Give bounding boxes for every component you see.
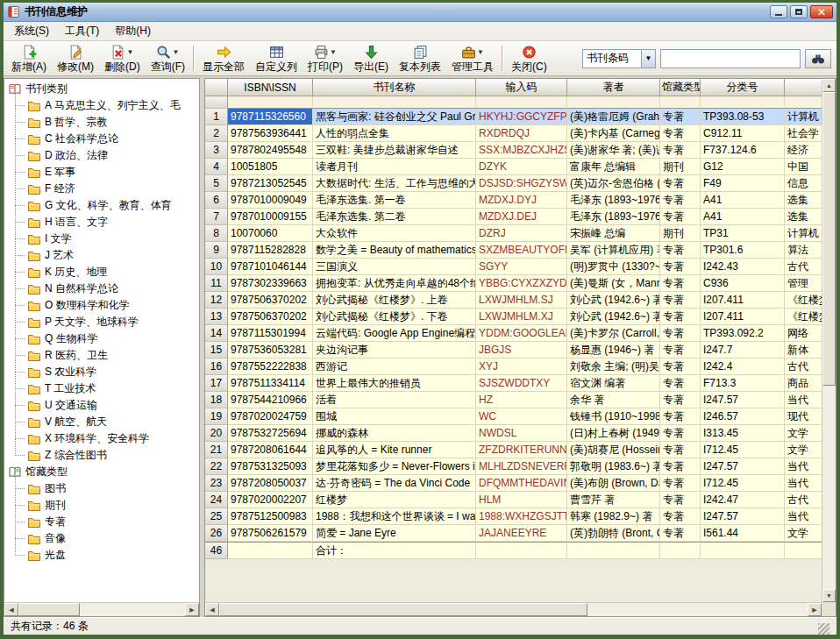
cell-type[interactable]: 专著 [660, 175, 701, 192]
row-number-cell[interactable]: 15 [205, 342, 228, 359]
cell-title[interactable]: 达·芬奇密码 = The da Vinci Code [313, 475, 476, 492]
cell-subject[interactable]: 信息 [785, 175, 822, 192]
cell-cls[interactable]: TP393.08-53 [701, 109, 785, 125]
cell-subject[interactable]: 选集 [785, 192, 822, 209]
cell-author[interactable]: 曹雪芹 著 [567, 492, 660, 508]
cell-subject[interactable]: 算法 [785, 242, 822, 259]
cell-isbn[interactable]: 9787531325093 [228, 458, 313, 475]
cell-cls[interactable]: C936 [701, 275, 785, 292]
cell-author[interactable]: 刘敬余 主编; (明)吴承恩 原著 [567, 359, 660, 375]
cell-cls[interactable]: I561.44 [701, 525, 785, 542]
cell-isbn[interactable]: 9787020002207 [228, 492, 313, 508]
tree-item-0-21[interactable]: Z 综合性图书 [4, 447, 199, 464]
cell-subject[interactable]: 古代 [785, 492, 822, 508]
row-number-cell[interactable]: 2 [205, 125, 228, 142]
cell-code[interactable]: YDDM:GOOGLEAPPENGINEBC [476, 325, 567, 342]
cell-subject[interactable]: 《红楼梦》研究 [785, 309, 822, 325]
row-number-cell[interactable]: 9 [205, 242, 228, 259]
row-number-cell[interactable]: 22 [205, 458, 228, 475]
cell-subject[interactable]: 经济 [785, 142, 822, 159]
menu-item-0[interactable]: 系统(S) [6, 21, 57, 41]
cell-title[interactable]: 人性的弱点全集 [313, 125, 476, 142]
cell-isbn[interactable]: 9787115282828 [228, 242, 313, 259]
cell-code[interactable]: SSX:MJBZCXJHZS [476, 142, 567, 159]
column-header-7[interactable] [785, 79, 822, 96]
toolbar-close-window-button[interactable]: 关闭(C) [506, 42, 552, 75]
tree-item-0-4[interactable]: E 军事 [4, 164, 199, 181]
cell-type[interactable]: 专著 [660, 242, 701, 259]
cell-isbn[interactable]: 9787302339663 [228, 275, 313, 292]
cell-title[interactable]: 读者月刊 [313, 159, 476, 175]
scroll-right-icon[interactable]: ▶ [808, 603, 822, 616]
cell-author[interactable]: (英)迈尔-舍恩伯格 (Mayer-Sch [567, 175, 660, 192]
cell-cls[interactable]: TP31 [701, 225, 785, 242]
cell-author[interactable]: (明)罗贯中 (1330?~1400?) 著 [567, 259, 660, 275]
cell-type[interactable]: 专著 [660, 142, 701, 159]
cell-cls[interactable]: C912.11 [701, 125, 785, 142]
cell-author[interactable]: (美)谢家华 著; (美)谢传刚 译 [567, 142, 660, 159]
cell-cls[interactable]: I246.57 [701, 408, 785, 425]
cell-isbn[interactable]: 9787115301994 [228, 325, 313, 342]
cell-isbn[interactable]: 9787101046144 [228, 259, 313, 275]
cell-code[interactable]: DZRJ [476, 225, 567, 242]
cell-type[interactable]: 专著 [660, 359, 701, 375]
dropdown-arrow-icon[interactable]: ▼ [477, 48, 484, 56]
row-number-cell[interactable]: 1 [205, 109, 228, 125]
cell-type[interactable]: 专著 [660, 392, 701, 408]
grid-hscrollbar-track[interactable] [587, 603, 808, 616]
tree-item-0-7[interactable]: H 语言、文字 [4, 214, 199, 231]
cell-cls[interactable]: F737.124.6 [701, 142, 785, 159]
row-number-cell[interactable]: 6 [205, 192, 228, 209]
row-number-cell[interactable]: 18 [205, 392, 228, 408]
row-number-cell[interactable]: 12 [205, 292, 228, 309]
cell-cls[interactable]: I247.57 [701, 392, 785, 408]
cell-subject[interactable]: 计算机 [785, 109, 822, 125]
tree-item-1-2[interactable]: 专著 [4, 514, 199, 530]
cell-code[interactable]: RXDRDQJ [476, 125, 567, 142]
cell-subject[interactable]: 《红楼梦》研究 [785, 292, 822, 309]
cell-subject[interactable]: 网络 [785, 325, 822, 342]
cell-cls[interactable]: I712.45 [701, 442, 785, 458]
tree-scrollbar-track[interactable] [80, 603, 185, 616]
cell-title[interactable]: 数学之美 = Beauty of mathematics [313, 242, 476, 259]
cell-title[interactable]: 毛泽东选集. 第一卷 [313, 192, 476, 209]
cell-cls[interactable]: A41 [701, 192, 785, 209]
cell-cls[interactable]: I313.45 [701, 425, 785, 442]
cell-subject[interactable]: 商品 [785, 375, 822, 392]
menu-item-1[interactable]: 工具(T) [57, 21, 107, 41]
toolbar-new-record-button[interactable]: 新增(A) [6, 42, 52, 75]
cell-isbn[interactable]: 9787208061644 [228, 442, 313, 458]
cell-isbn[interactable]: 9787020024759 [228, 408, 313, 425]
cell-subject[interactable]: 社会学 [785, 125, 822, 142]
cell-author[interactable]: 杨显惠 (1946~) 著 [567, 342, 660, 359]
cell-subject[interactable]: 古代 [785, 259, 822, 275]
cell-code[interactable]: DZYK [476, 159, 567, 175]
cell-title[interactable]: 三双鞋: 美捷步总裁谢家华自述 [313, 142, 476, 159]
tree-item-0-19[interactable]: V 航空、航天 [4, 414, 199, 430]
combo-dropdown-icon[interactable]: ▼ [641, 50, 655, 67]
cell-author[interactable]: 富康年 总编辑 [567, 159, 660, 175]
cell-cls[interactable]: I207.411 [701, 309, 785, 325]
row-number-cell[interactable]: 23 [205, 475, 228, 492]
cell-title[interactable]: 活着 [313, 392, 476, 408]
cell-isbn[interactable]: 9787506370202 [228, 292, 313, 309]
cell-code[interactable]: DFQMMTHEDAVINCICODE [476, 475, 567, 492]
resize-grip[interactable] [818, 623, 829, 635]
cell-code[interactable]: SJSZWDDTXY [476, 375, 567, 392]
search-field-combobox[interactable]: 书刊条码 ▼ [582, 49, 656, 68]
menu-item-2[interactable]: 帮助(H) [107, 21, 159, 41]
cell-type[interactable]: 专著 [660, 492, 701, 508]
cell-isbn[interactable]: 9787552222838 [228, 359, 313, 375]
cell-subject[interactable]: 计算机 [785, 225, 822, 242]
cell-type[interactable]: 专著 [660, 375, 701, 392]
cell-code[interactable]: NWDSL [476, 425, 567, 442]
scroll-down-icon[interactable]: ▼ [822, 589, 836, 602]
cell-cls[interactable]: I242.43 [701, 259, 785, 275]
toolbar-manage-tools-button[interactable]: ▼管理工具 [446, 42, 499, 75]
row-number-cell[interactable]: 19 [205, 408, 228, 425]
cell-author[interactable]: 韩寒 (1982.9~) 著 [567, 508, 660, 525]
cell-title[interactable]: 拥抱变革: 从优秀走向卓越的48个绝招 [313, 275, 476, 292]
scroll-left-icon[interactable]: ◀ [4, 603, 18, 616]
close-button[interactable]: ✕ [810, 5, 833, 18]
cell-type[interactable]: 专著 [660, 475, 701, 492]
